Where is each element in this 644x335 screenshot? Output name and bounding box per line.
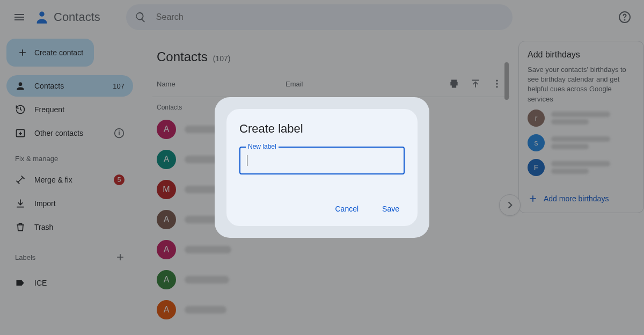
new-label-input[interactable] <box>240 148 404 173</box>
save-button[interactable]: Save <box>377 200 405 217</box>
field-label: New label <box>246 143 279 150</box>
new-label-field[interactable]: New label <box>239 147 405 174</box>
create-label-dialog: Create label New label Cancel Save <box>226 109 418 226</box>
text-caret <box>247 155 247 166</box>
cancel-button[interactable]: Cancel <box>330 200 364 217</box>
modal-scrim[interactable]: Create label New label Cancel Save <box>0 0 644 335</box>
modal-container: Create label New label Cancel Save <box>215 97 429 238</box>
modal-title: Create label <box>239 122 405 136</box>
